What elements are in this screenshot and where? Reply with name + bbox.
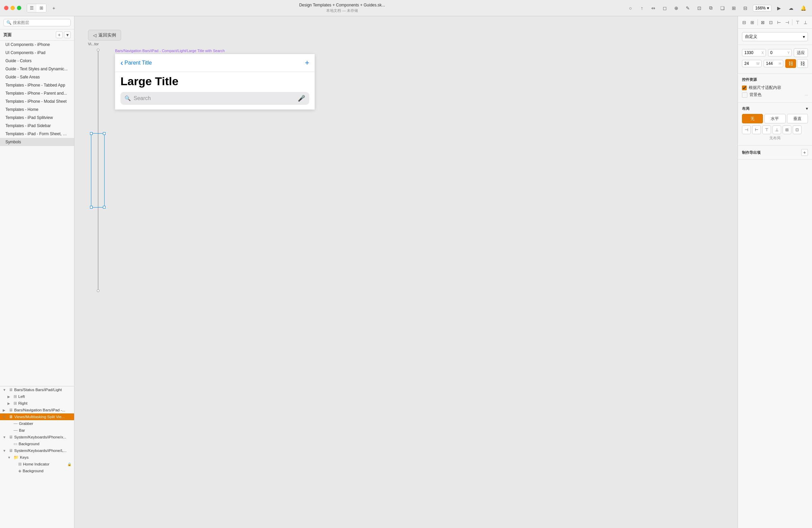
dist-bottom-icon[interactable]: ⊡ [793,125,801,134]
expand-icon[interactable]: ▼ [3,449,8,453]
search-box[interactable]: 🔍 [3,19,71,26]
layer-nav-bars[interactable]: ▶ 🖥 Bars/Navigation Bars/iPad -... [0,407,74,413]
page-item-ipad-form[interactable]: Templates - iPad - Form Sheet, Pa... [0,130,74,138]
toolbar-icon-4[interactable]: ◻ [660,3,670,13]
layer-label: Bars/Status Bars/iPad/Light [14,388,71,392]
page-item-colors[interactable]: Guide - Colors [0,57,74,65]
close-button[interactable] [4,6,9,10]
toolbar-icon-2[interactable]: ↑ [637,3,647,13]
layer-right[interactable]: ▶ ⊞ Right [0,400,74,407]
nav-back[interactable]: ‹ Parent Title [120,58,152,67]
viator-label: Vi...tor [88,42,99,46]
zoom-control[interactable]: 166% ▾ [753,5,771,12]
nav-search-bar[interactable]: 🔍 Search 🎤 [120,92,309,105]
expand-icon[interactable]: ▼ [3,388,8,392]
resize-handle-tr[interactable] [103,132,105,135]
layer-keyboard-x[interactable]: ▼ 🖥 System/Keyboards/iPhone/x... [0,434,74,440]
toolbar-icon-6[interactable]: ⧉ [706,3,715,13]
layout-vertical-button[interactable]: 垂直 [787,114,808,123]
toolbar-icon-resize[interactable]: ⊡ [695,3,704,13]
toolbar-icon-3[interactable]: ⇔ [649,3,658,13]
page-item-ipad-split[interactable]: Templates - iPad Splitview [0,114,74,122]
add-export-button[interactable]: + [801,149,808,156]
more-icon[interactable]: ⊥ [802,18,809,26]
toolbar-icon-7[interactable]: ❏ [717,3,727,13]
layer-home-indicator[interactable]: ⊞ Home Indicator 🔒 [0,461,74,467]
page-item-safe-areas[interactable]: Guide - Safe Areas [0,73,74,81]
page-item-iphone-modal[interactable]: Templates - iPhone - Modal Sheet [0,97,74,105]
resize-content-checkbox[interactable] [742,86,747,90]
align-center-v-icon[interactable]: ⊡ [767,18,775,26]
layer-bar[interactable]: — Bar [0,427,74,434]
expand-icon[interactable]: ▼ [3,435,8,439]
resize-handle-bl[interactable] [90,206,93,209]
layer-status-bars[interactable]: ▼ 🖥 Bars/Status Bars/iPad/Light [0,386,74,393]
dist-left-icon[interactable]: ⊣ [742,125,751,134]
bg-color-swatch[interactable] [742,92,748,98]
toolbar-icon-5[interactable]: ⊕ [671,3,681,13]
expand-icon[interactable]: ▶ [8,402,12,405]
page-item-home[interactable]: Templates - Home [0,105,74,114]
aspect-lock-button[interactable]: ⛓ [785,59,796,68]
resize-handle-tl[interactable] [90,132,93,135]
layer-background-2[interactable]: ◈ Background [0,467,74,474]
toolbar-icon-pen[interactable]: ✎ [683,3,693,13]
toolbar-icon-8[interactable]: ⊞ [729,3,739,13]
expand-icon[interactable]: ▼ [8,456,12,459]
layout-none-button[interactable]: 无 [742,114,763,123]
expand-icon[interactable]: ▶ [8,395,12,398]
back-to-instances-button[interactable]: ◁ 返回实例 [88,30,121,41]
align-top-icon[interactable]: ⊠ [759,18,767,26]
dist-center-v-icon[interactable]: ⊞ [783,125,792,134]
expand-icon[interactable]: ▼ [3,415,8,419]
maximize-button[interactable] [17,6,21,10]
layer-type-icon: 🖥 [9,408,13,412]
dist-top-icon[interactable]: ⊥ [772,125,781,134]
notification-button[interactable]: 🔔 [798,3,808,13]
expand-icon[interactable]: ▶ [3,408,8,412]
nav-bar-preview: ‹ Parent Title + Large Title 🔍 Search 🎤 [115,54,315,109]
page-item-ipad-sidebar[interactable]: Templates - iPad Sidebar [0,122,74,130]
nav-add-action[interactable]: + [305,59,309,67]
component-type-dropdown[interactable]: 自定义 ▾ [742,32,808,41]
pages-menu-button[interactable]: ▾ [64,31,71,38]
resize-handle-br[interactable] [103,206,105,209]
view-toggle-grid[interactable]: ⊞ [37,4,46,12]
layer-keys[interactable]: ▼ 📁 Keys [0,454,74,461]
layer-grabber[interactable]: — Grabber [0,420,74,427]
canvas-area[interactable]: ◁ 返回实例 Vi...tor [74,16,738,528]
aspect-unlock-button[interactable]: ⛓ [797,59,808,68]
align-center-h-icon[interactable]: ⊞ [749,18,756,26]
view-toggle-layers[interactable]: ☰ [27,4,37,12]
page-item-ui-ipad[interactable]: UI Components - iPad [0,49,74,57]
align-dist-v-icon[interactable]: ⊣ [783,18,791,26]
layer-left[interactable]: ▶ ⊞ Left [0,393,74,400]
add-page-button[interactable]: + [56,31,62,38]
layer-keyboard-l[interactable]: ▼ 🖥 System/Keyboards/iPhone/L... [0,447,74,454]
play-button[interactable]: ▶ [774,3,784,13]
search-input[interactable] [13,20,68,25]
fit-button[interactable]: 适应 [794,48,808,57]
layout-expand-icon[interactable]: ▾ [806,106,808,111]
right-panel: ⊟ ⊞ ⊠ ⊡ ⊢ ⊣ ⊤ ⊥ 自定义 ▾ X [738,16,812,528]
layer-background-1[interactable]: ▭ Background [0,440,74,447]
add-button[interactable]: + [49,3,59,13]
toolbar-icon-1[interactable]: ○ [626,3,635,13]
layer-multitasking[interactable]: ▼ 🖥 Views/Multitasking Split Vie... [0,413,74,420]
page-item-iphone-tabbed[interactable]: Templates - iPhone - Tabbed App [0,81,74,89]
dist-right-icon[interactable]: ⊤ [762,125,771,134]
zoom-label: 166% [755,6,766,11]
minimize-button[interactable] [11,6,15,10]
page-item-iphone-parent[interactable]: Templates - iPhone - Parent and... [0,89,74,97]
page-item-symbols[interactable]: Symbols [0,138,74,146]
layout-horizontal-button[interactable]: 水平 [764,114,785,123]
layer-label: Background [19,442,71,446]
dist-center-h-icon[interactable]: ⊢ [752,125,761,134]
padding-icon[interactable]: ⊤ [794,18,801,26]
page-item-ui-iphone[interactable]: UI Components - iPhone [0,41,74,49]
align-dist-h-icon[interactable]: ⊢ [775,18,783,26]
align-left-icon[interactable]: ⊟ [741,18,748,26]
cloud-button[interactable]: ☁ [786,3,796,13]
toolbar-icon-9[interactable]: ⊟ [741,3,750,13]
page-item-text-styles[interactable]: Guide - Text Styles and Dynamic... [0,65,74,73]
